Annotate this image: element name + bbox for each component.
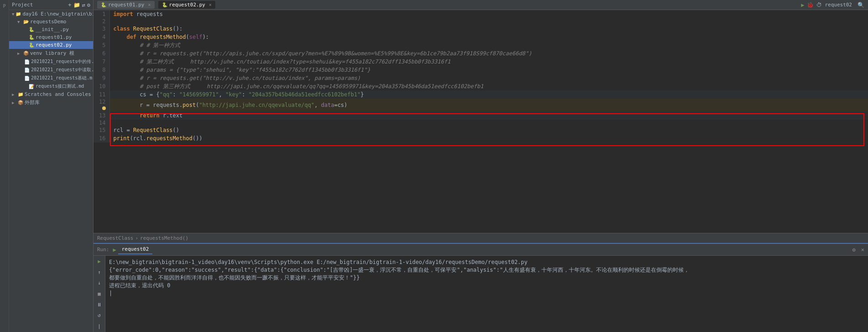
- new-folder-icon[interactable]: 📁: [73, 2, 80, 8]
- warning-indicator: [102, 106, 106, 110]
- code-line-6: 6 # r = requests.get("http://apis.juhe.c…: [94, 49, 868, 58]
- code-line-10: 10 # post 第三种方式 http://japi.juhe.cn/qqev…: [94, 82, 868, 90]
- file-icon: 📄: [24, 59, 30, 64]
- sidebar-title-label: Project: [12, 2, 33, 8]
- run-pause-btn[interactable]: ⏸: [95, 300, 104, 309]
- tree-label-day16: day16 E:\new_bigtrain\bigtrain: [22, 11, 93, 17]
- run-rerun-btn[interactable]: ↺: [95, 311, 104, 320]
- line-number: 12: [94, 99, 109, 111]
- tree-item-file2[interactable]: 📄 20210221_requests中读取...: [9, 66, 93, 74]
- editor-panel: 🐍 request01.py × 🐍 request02.py × ▶ 🐞 ⏱ …: [94, 0, 868, 332]
- tab-request02[interactable]: 🐍 request02.py ×: [158, 1, 216, 9]
- run-status-icon: ▶: [113, 247, 116, 253]
- sidebar-toolbar: + 📁 ⇄ ⚙: [68, 2, 90, 8]
- tree-item-scratches[interactable]: ▶ 📁 Scratches and Consoles: [9, 90, 93, 98]
- line-content: # r = requests.get("http://v.juhe.cn/tou…: [109, 74, 868, 82]
- close-tab-icon[interactable]: ×: [209, 2, 212, 7]
- run-settings-icon[interactable]: ⚙: [852, 247, 856, 253]
- code-line-14: 14: [94, 120, 868, 126]
- tab-request01[interactable]: 🐍 request01.py ×: [97, 1, 155, 9]
- tree-label-file3: 20210221_requests基础.m...: [31, 75, 93, 81]
- sidebar-title-bar: Project + 📁 ⇄ ⚙: [9, 0, 93, 10]
- line-number: 7: [94, 58, 109, 66]
- env-icon: 📦: [23, 51, 29, 56]
- line-number: 16: [94, 134, 109, 142]
- left-strip: P: [0, 0, 9, 332]
- line-content: # params = {"type":"shehui", "key":"f455…: [109, 66, 868, 74]
- run-config-label: request02: [825, 2, 852, 8]
- line-content: # post 第三种方式 http://japi.juhe.cn/qqevalu…: [109, 82, 868, 90]
- expand-arrow: ▶: [12, 92, 16, 97]
- run-up-btn[interactable]: ↑: [95, 269, 104, 277]
- run-down-btn[interactable]: ↓: [95, 279, 104, 287]
- expand-arrow: ▶: [12, 100, 16, 105]
- line-content: return r.text: [109, 111, 868, 120]
- run-output-line1: {"error_code":0,"reason":"success","resu…: [109, 266, 864, 274]
- line-number: 5: [94, 41, 109, 49]
- tree-label-request01: request01.py: [36, 34, 72, 40]
- breadcrumb-method: requestsMethod(): [140, 235, 188, 241]
- line-number: 15: [94, 126, 109, 134]
- run-cursor-btn[interactable]: |: [95, 322, 104, 330]
- code-editor: 1 import requests 2 3 class RequestClass…: [94, 10, 868, 243]
- line-content: [109, 18, 868, 25]
- tree-item-requestsDemo[interactable]: ▼ 📂 requestsDemo: [9, 18, 93, 26]
- run-output[interactable]: E:\new_bigtrain\bigtrain-1_video\day16\v…: [105, 256, 868, 332]
- line-content: import requests: [109, 10, 868, 18]
- tree-item-file3[interactable]: 📄 20210221_requests基础.m...: [9, 74, 93, 82]
- tab-label-request01: request01.py: [108, 2, 144, 8]
- run-label: Run:: [97, 247, 109, 253]
- line-number: 14: [94, 120, 109, 126]
- code-line-2: 2: [94, 18, 868, 25]
- tree-item-external[interactable]: ▶ 📦 外部库: [9, 98, 93, 107]
- line-content: def requestsMethod(self):: [109, 33, 868, 41]
- run-play-btn[interactable]: ▶: [95, 258, 104, 266]
- code-line-8: 8 # params = {"type":"shehui", "key":"f4…: [94, 66, 868, 74]
- run-panel-header: Run: ▶ request02 ⚙ ×: [94, 244, 868, 256]
- tree-item-request02[interactable]: 🐍 request02.py: [9, 41, 93, 49]
- editor-tab-bar: 🐍 request01.py × 🐍 request02.py × ▶ 🐞 ⏱ …: [94, 0, 868, 10]
- code-line-12: 12 r = requests.post("http://japi.juhe.c…: [94, 99, 868, 111]
- tree-item-day16[interactable]: ▼ 📁 day16 E:\new_bigtrain\bigtrain: [9, 10, 93, 18]
- py-file-icon: 🐍: [29, 42, 34, 47]
- line-content: # # 第一种方式: [109, 41, 868, 49]
- run-icon[interactable]: ▶: [801, 2, 804, 8]
- run-close-icon[interactable]: ×: [861, 247, 864, 253]
- tree-item-init[interactable]: 🐍 __init__.py: [9, 26, 93, 33]
- tree-label-requestsDemo: requestsDemo: [30, 19, 66, 25]
- code-line-1: 1 import requests: [94, 10, 868, 18]
- folder-icon: 📁: [18, 92, 23, 97]
- run-stop-btn[interactable]: ■: [95, 290, 104, 298]
- line-content: rcl = RequestClass(): [109, 126, 868, 134]
- tree-item-file1[interactable]: 📄 20210221_requests中的传...: [9, 58, 93, 66]
- code-line-9: 9 # r = requests.get("http://v.juhe.cn/t…: [94, 74, 868, 82]
- run-path-line: E:\new_bigtrain\bigtrain-1_video\day16\v…: [109, 258, 864, 266]
- tree-item-request01[interactable]: 🐍 request01.py: [9, 33, 93, 41]
- breadcrumb-class: RequestClass: [97, 235, 133, 241]
- code-view[interactable]: 1 import requests 2 3 class RequestClass…: [94, 10, 868, 233]
- run-panel: Run: ▶ request02 ⚙ × ▶ ↑ ↓ ■ ⏸ ↺ |: [94, 243, 868, 332]
- search-icon[interactable]: 🔍: [858, 2, 864, 8]
- file-tree: ▼ 📁 day16 E:\new_bigtrain\bigtrain ▼ 📂 r…: [9, 10, 93, 332]
- external-icon: 📦: [18, 100, 23, 105]
- settings-icon[interactable]: ⚙: [87, 2, 90, 8]
- folder-icon: 📂: [23, 19, 29, 24]
- new-file-icon[interactable]: +: [68, 2, 71, 8]
- project-icon[interactable]: P: [2, 3, 6, 10]
- tree-label-venv: venv library 根: [30, 50, 74, 57]
- tree-item-file4[interactable]: 📝 requests接口测试.md: [9, 82, 93, 90]
- profile-icon[interactable]: ⏱: [816, 2, 822, 8]
- run-tab-request02[interactable]: request02: [118, 245, 153, 254]
- sync-icon[interactable]: ⇄: [82, 2, 85, 8]
- code-table: 1 import requests 2 3 class RequestClass…: [94, 10, 868, 142]
- py-icon: 🐍: [162, 2, 167, 7]
- debug-icon[interactable]: 🐞: [807, 2, 814, 8]
- tree-item-venv[interactable]: ▶ 📦 venv library 根: [9, 49, 93, 58]
- run-cursor-line: |: [109, 290, 864, 297]
- tree-label-scratches: Scratches and Consoles: [25, 91, 91, 97]
- folder-icon: 📁: [16, 11, 21, 16]
- close-tab-icon[interactable]: ×: [148, 2, 151, 7]
- line-number: 1: [94, 10, 109, 18]
- tree-label-external: 外部库: [25, 99, 40, 106]
- py-icon: 🐍: [101, 2, 106, 7]
